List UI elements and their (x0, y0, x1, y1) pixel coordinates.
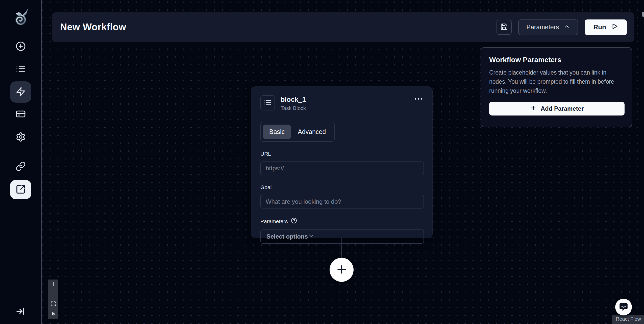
save-button[interactable] (497, 20, 512, 35)
run-button-label: Run (593, 23, 606, 31)
parameters-select-value: Select options (266, 233, 308, 240)
block-icon-box (260, 95, 275, 110)
play-icon (611, 23, 618, 32)
scrollbar-thumb[interactable] (642, 12, 644, 17)
plus-icon (335, 263, 348, 276)
header-actions: Parameters Run (497, 19, 627, 35)
fit-view-button[interactable] (48, 299, 58, 309)
sidebar-item-runs[interactable] (10, 61, 31, 77)
task-block-node[interactable]: block_1 Task Block Basic Advanced URL Go… (251, 86, 433, 238)
gear-icon (16, 132, 26, 143)
react-flow-link[interactable]: React Flow (616, 316, 641, 322)
sidebar (0, 0, 42, 324)
add-parameter-label: Add Parameter (541, 105, 584, 112)
zap-icon (16, 87, 26, 98)
page-title: New Workflow (60, 22, 126, 33)
block-mode-tabs: Basic Advanced (260, 122, 335, 142)
goal-label: Goal (260, 184, 423, 190)
add-block-button[interactable] (330, 258, 354, 282)
zoom-out-button[interactable] (48, 289, 58, 299)
credit-card-icon (16, 109, 26, 120)
sidebar-item-external[interactable] (10, 180, 31, 199)
lock-button[interactable] (48, 309, 58, 319)
parameters-select[interactable]: Select options (260, 229, 424, 244)
sidebar-collapse-button[interactable] (10, 304, 31, 319)
tab-basic[interactable]: Basic (263, 125, 291, 139)
panel-description: Create placeholder values that you can l… (489, 68, 624, 95)
chevron-down-icon (308, 233, 314, 241)
minus-icon (51, 291, 56, 297)
external-link-icon (16, 184, 26, 195)
parameters-button-label: Parameters (526, 24, 559, 31)
run-button[interactable]: Run (585, 19, 627, 35)
parameters-toggle-button[interactable]: Parameters (518, 19, 578, 35)
maximize-icon (51, 301, 56, 307)
plus-icon (51, 281, 56, 288)
chat-bubble-icon (618, 302, 629, 313)
lock-icon (51, 311, 56, 317)
save-icon (500, 23, 508, 31)
chat-launcher-button[interactable] (615, 299, 632, 315)
parameters-label: Parameters (260, 218, 423, 225)
tab-advanced[interactable]: Advanced (292, 125, 332, 139)
dragon-logo (13, 8, 29, 28)
block-title: block_1 (281, 96, 306, 104)
plus-icon (530, 105, 537, 113)
goal-input[interactable] (260, 195, 424, 209)
task-block-header: block_1 Task Block (260, 95, 423, 111)
sidebar-divider (9, 151, 33, 151)
sidebar-item-billing[interactable] (10, 107, 31, 122)
chevron-up-icon (563, 23, 570, 31)
workflow-parameters-panel: Workflow Parameters Create placeholder v… (481, 47, 632, 127)
link-icon (16, 161, 26, 172)
url-label: URL (260, 151, 423, 157)
plus-circle-icon (16, 41, 26, 52)
react-flow-attribution: React Flow (612, 315, 644, 324)
ellipsis-icon (414, 97, 423, 101)
sidebar-item-workflows[interactable] (10, 81, 31, 103)
zoom-in-button[interactable] (48, 280, 58, 289)
flow-controls (48, 280, 58, 319)
add-parameter-button[interactable]: Add Parameter (489, 102, 625, 115)
sidebar-item-settings[interactable] (10, 130, 31, 145)
arrow-right-to-line-icon (16, 306, 26, 317)
list-icon (16, 64, 26, 75)
sidebar-item-create[interactable] (10, 39, 31, 54)
panel-title: Workflow Parameters (489, 56, 624, 64)
sidebar-item-integrations[interactable] (10, 159, 31, 174)
block-menu-button[interactable] (414, 95, 423, 103)
workflow-header: New Workflow Parameters Run (52, 12, 634, 42)
flow-canvas[interactable]: New Workflow Parameters Run (42, 0, 644, 324)
url-input[interactable] (260, 161, 424, 175)
help-circle-icon[interactable] (291, 218, 297, 225)
block-titles: block_1 Task Block (281, 95, 306, 111)
workflow-editor-app: New Workflow Parameters Run (0, 0, 644, 324)
block-subtitle: Task Block (281, 105, 306, 111)
list-icon (264, 99, 271, 107)
